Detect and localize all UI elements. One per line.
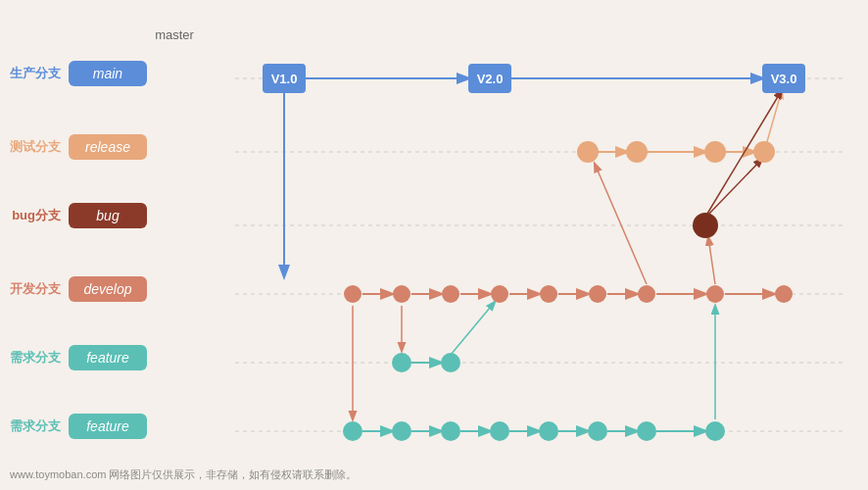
svg-point-57: [392, 353, 411, 372]
svg-point-44: [626, 141, 648, 163]
svg-point-46: [753, 141, 775, 163]
svg-text:V3.0: V3.0: [771, 72, 797, 86]
svg-point-62: [490, 421, 509, 441]
watermark: www.toymoban.com 网络图片仅供展示，非存储，如有侵权请联系删除。: [10, 467, 357, 482]
svg-point-51: [491, 285, 508, 303]
diagram-container: master 生产分支 main 测试分支 release bug分支 bug …: [0, 0, 868, 490]
svg-point-64: [588, 421, 607, 441]
svg-line-33: [766, 90, 782, 145]
svg-point-52: [540, 285, 557, 303]
diagram-svg: V1.0 V2.0 V3.0: [0, 0, 868, 490]
svg-point-45: [704, 141, 726, 163]
svg-line-34: [708, 237, 715, 284]
svg-point-61: [441, 421, 460, 441]
svg-point-47: [693, 213, 718, 238]
svg-point-65: [637, 421, 656, 441]
svg-text:V2.0: V2.0: [477, 72, 504, 86]
svg-point-60: [392, 421, 411, 441]
svg-point-53: [589, 285, 606, 303]
svg-point-55: [706, 285, 724, 303]
svg-point-56: [775, 285, 793, 303]
svg-point-43: [577, 141, 599, 163]
svg-line-32: [595, 164, 647, 284]
svg-point-58: [441, 353, 460, 372]
svg-point-49: [393, 285, 410, 303]
svg-point-54: [638, 285, 655, 303]
svg-point-66: [705, 421, 725, 441]
svg-line-31: [451, 302, 495, 355]
svg-point-63: [539, 421, 558, 441]
svg-point-50: [442, 285, 459, 303]
svg-text:V1.0: V1.0: [271, 72, 298, 86]
svg-point-48: [344, 285, 362, 303]
svg-point-59: [343, 421, 362, 441]
